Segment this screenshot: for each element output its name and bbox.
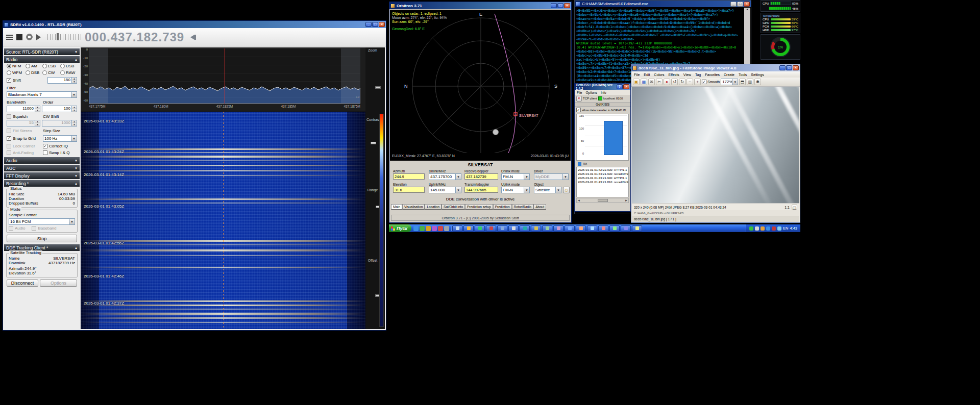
tray-icon[interactable] bbox=[766, 226, 770, 231]
rotate-left-icon[interactable]: ↺ bbox=[671, 79, 678, 85]
minimize-button[interactable]: _ bbox=[551, 3, 557, 8]
taskbar-button[interactable] bbox=[475, 225, 485, 232]
scroll-up-icon[interactable]: ▲ bbox=[746, 8, 749, 11]
rotate-right-icon[interactable]: ↻ bbox=[679, 79, 685, 85]
taskbar-button[interactable] bbox=[508, 225, 519, 232]
mode-raw-radio[interactable] bbox=[60, 70, 65, 75]
taskbar-button[interactable] bbox=[452, 225, 462, 232]
record-baseband-checkbox[interactable] bbox=[32, 226, 36, 231]
orbitron-titlebar[interactable]: Orbitron 3.71 _ □ × bbox=[389, 2, 571, 9]
compare-icon[interactable]: ▥ bbox=[747, 79, 753, 85]
menu-file[interactable]: File bbox=[634, 73, 640, 77]
maximize-button[interactable]: □ bbox=[737, 2, 743, 7]
stop-icon[interactable] bbox=[16, 34, 22, 40]
log-scrollbar[interactable]: ◄ ► bbox=[576, 198, 629, 203]
driver-select[interactable]: MyDDE▼ bbox=[534, 173, 569, 180]
taskbar-button[interactable] bbox=[565, 225, 575, 232]
stop-recording-button[interactable]: Stop bbox=[7, 235, 77, 242]
taskbar-button[interactable] bbox=[632, 225, 642, 232]
filter-select[interactable]: Blackman-Harris 7▼ bbox=[7, 91, 77, 98]
disconnect-tcp-button[interactable]: ✕ bbox=[576, 96, 582, 102]
mode-cw-radio[interactable] bbox=[42, 70, 47, 75]
taskbar-button[interactable] bbox=[542, 225, 552, 232]
tab-visualisation[interactable]: Visualisation bbox=[402, 204, 425, 210]
options-button[interactable]: Options bbox=[40, 280, 77, 287]
help-button[interactable]: ? bbox=[617, 84, 623, 89]
taskbar-button[interactable] bbox=[598, 225, 608, 232]
minimize-button[interactable]: _ bbox=[365, 22, 372, 27]
tray-icon[interactable] bbox=[755, 226, 759, 231]
menu-options[interactable]: Options bbox=[585, 91, 597, 94]
menu-favorites[interactable]: Favorites bbox=[705, 73, 720, 77]
fft-display-header[interactable]: FFT Display▼ bbox=[4, 172, 80, 179]
mail-icon[interactable]: ✉ bbox=[648, 79, 655, 85]
quicklaunch-icon[interactable] bbox=[420, 226, 425, 231]
swap-iq-checkbox[interactable] bbox=[43, 150, 47, 155]
object-select[interactable]: Satellite▼ bbox=[534, 187, 561, 193]
tab-sat-orbit-info[interactable]: Sat/Orbit info bbox=[442, 204, 465, 210]
norad-checkbox[interactable]: ✓ bbox=[576, 108, 581, 112]
tab-location[interactable]: Location bbox=[425, 204, 442, 210]
tab-prediction[interactable]: Prediction bbox=[493, 204, 512, 210]
menu-colors[interactable]: Colors bbox=[654, 73, 664, 77]
quicklaunch-icon[interactable] bbox=[426, 226, 431, 231]
audio-header[interactable]: Audio▼ bbox=[4, 157, 80, 164]
menu-create[interactable]: Create bbox=[724, 73, 734, 77]
zoom-ratio[interactable]: 1:1 bbox=[785, 206, 790, 209]
mode-dsb-radio[interactable] bbox=[26, 70, 30, 75]
mode-lsb-radio[interactable] bbox=[42, 64, 47, 68]
tray-icon[interactable] bbox=[777, 226, 781, 231]
lock-carrier-checkbox[interactable] bbox=[7, 144, 11, 148]
taskbar-button[interactable] bbox=[553, 225, 564, 232]
zoom-out-icon[interactable]: − bbox=[687, 79, 693, 85]
taskbar-button[interactable] bbox=[486, 225, 496, 232]
mode-am-radio[interactable] bbox=[26, 64, 30, 68]
menu-file[interactable]: File bbox=[577, 91, 582, 94]
offset-slider[interactable]: Offset bbox=[366, 259, 379, 262]
bandwidth-value[interactable]: 11000▲▼ bbox=[7, 106, 40, 112]
fm-stereo-checkbox[interactable] bbox=[7, 129, 11, 133]
taskbar-button[interactable] bbox=[609, 225, 620, 232]
mode-usb-radio[interactable] bbox=[60, 64, 65, 68]
close-button[interactable]: × bbox=[379, 22, 385, 27]
crop-icon[interactable]: ✂ bbox=[656, 79, 663, 85]
dnlink-select[interactable]: 437.175700▼ bbox=[429, 173, 461, 180]
anti-fading-checkbox[interactable] bbox=[7, 150, 11, 155]
record-audio-checkbox[interactable] bbox=[9, 226, 13, 231]
speaker-icon[interactable] bbox=[36, 34, 44, 40]
tab-prediction-setup[interactable]: Prediction setup bbox=[465, 204, 493, 210]
smiley-button[interactable]: ☺ bbox=[563, 187, 570, 193]
quicklaunch-icon[interactable] bbox=[438, 226, 443, 231]
contrast-slider[interactable]: Contrast bbox=[366, 118, 379, 121]
tab-main[interactable]: Main bbox=[391, 204, 402, 210]
tuning-line[interactable] bbox=[225, 48, 225, 104]
scroll-left-icon[interactable]: ◄ bbox=[577, 199, 580, 202]
taskbar-button[interactable] bbox=[621, 225, 631, 232]
order-value[interactable]: 100▲▼ bbox=[42, 106, 77, 112]
taskbar-button[interactable] bbox=[587, 225, 597, 232]
clock[interactable]: 4:43 bbox=[790, 226, 797, 231]
radio-header[interactable]: Radio▲ bbox=[4, 56, 80, 63]
menu-edit[interactable]: Edit bbox=[644, 73, 650, 77]
menu-effects[interactable]: Effects bbox=[669, 73, 679, 77]
settings-icon[interactable]: ✱ bbox=[754, 79, 761, 85]
maximize-button[interactable]: □ bbox=[786, 65, 792, 70]
shift-value[interactable]: 150▲▼ bbox=[47, 77, 77, 84]
shift-checkbox[interactable]: ✓ bbox=[7, 78, 11, 83]
open-folder-icon[interactable]: ▣ bbox=[633, 79, 640, 85]
volume-slider[interactable] bbox=[47, 34, 81, 40]
close-button[interactable]: × bbox=[744, 2, 750, 7]
maximize-button[interactable]: □ bbox=[557, 3, 564, 8]
source-header[interactable]: Source: RTL-SDR (R820T)▼ bbox=[4, 48, 80, 55]
menu-tools[interactable]: Tools bbox=[739, 73, 747, 77]
taskbar-button[interactable] bbox=[497, 225, 507, 232]
language-indicator[interactable]: EN bbox=[783, 226, 788, 231]
scroll-thumb[interactable] bbox=[598, 199, 608, 202]
sdrsharp-titlebar[interactable]: SDR# v1.0.0.1490 - RTL-SDR (R820T) _ □ × bbox=[3, 21, 386, 28]
uplink-mode-select[interactable]: FM-N▼ bbox=[501, 187, 530, 193]
zoom-slider[interactable]: Zoom bbox=[366, 48, 379, 52]
quicklaunch-icon[interactable] bbox=[413, 226, 419, 231]
tray-icon[interactable] bbox=[761, 226, 765, 231]
mode-nfm-radio[interactable] bbox=[7, 64, 11, 68]
minimize-button[interactable]: _ bbox=[779, 65, 786, 70]
